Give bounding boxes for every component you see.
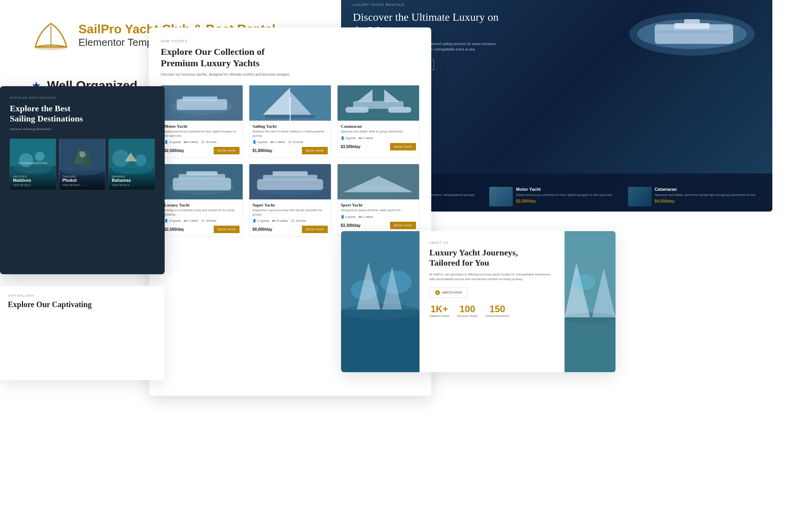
yacht-card-image-motor: [161, 85, 243, 121]
yacht-card-desc-motor: Speed and luxury combined for fast, styl…: [164, 130, 240, 138]
book-button-sailing[interactable]: BOOK NOW: [302, 147, 328, 154]
about-label: ABOUT US: [429, 241, 555, 244]
yacht-grid: Motor Yacht Speed and luxury combined fo…: [161, 85, 419, 237]
yacht-card-image-sport: [338, 164, 419, 199]
book-button-motor[interactable]: BOOK NOW: [214, 147, 240, 154]
yacht-card-catamaran: Catamaran Spacious and stable, ideal for…: [337, 85, 419, 158]
svg-point-0: [35, 45, 67, 50]
hero-yacht-price-3: $4,500/day: [655, 199, 755, 203]
yacht-card-name-catamaran: Catamaran: [341, 124, 416, 128]
yacht-card-specs-super: 👤 17 guests 🛏 10 cabins 💨 20 knots: [252, 219, 328, 223]
about-stats: 1K+ Satisfied Guests 100 Exclusive Yacht…: [429, 304, 555, 317]
yacht-card-name-luxury: Luxury Yacht: [164, 203, 240, 207]
yacht-card-image-luxury: [161, 164, 243, 199]
yacht-card-specs-sailing: 👤 8 guests 🛏 4 cabins 💨 12 knots: [252, 140, 328, 144]
yacht-price-motor: $2,500/day: [164, 148, 184, 153]
stat-label-yachts: Exclusive Yachts: [457, 315, 478, 317]
yacht-card-specs-sport: 👤 6 guests 🛏 2 cabins: [341, 215, 416, 219]
stat-number-destinations: 150: [485, 304, 509, 315]
hero-subtitle-small: LUXURY YACHT RENTALS: [353, 3, 502, 7]
svg-rect-30: [263, 175, 318, 180]
collection-title: Explore Our Collection ofPremium Luxury …: [161, 46, 419, 69]
about-description: At SailPro, we specialize in offering lu…: [429, 272, 555, 282]
yacht-card-specs-catamaran: 👤 8 guests 🛏 4 cabins: [341, 136, 416, 140]
destinations-label: POPULAR DESTINATIONS: [10, 96, 155, 100]
destination-card-maldives: Maldives Maldives VIEW DETAILS →: [10, 139, 56, 190]
yacht-card-specs-motor: 👤 12 guests 🛏 6 cabins 💨 30 knots: [164, 140, 240, 144]
svg-point-47: [80, 151, 86, 157]
hero-yacht-card-info-2: Motor Yacht Speed and luxury combined fo…: [516, 187, 612, 203]
hero-yacht-name-2: Motor Yacht: [516, 187, 612, 192]
destinations-title: Explore the BestSailing Destinations: [10, 103, 155, 124]
yacht-card-body-motor: Motor Yacht Speed and luxury combined fo…: [161, 121, 243, 157]
destinations-preview: POPULAR DESTINATIONS Explore the BestSai…: [0, 86, 165, 274]
destination-country-bahamas: Bahamas: [112, 175, 152, 178]
svg-rect-6: [684, 19, 700, 24]
hero-yacht-desc-2: Speed and luxury combined for fast, styl…: [516, 193, 612, 197]
destination-view-phuket[interactable]: VIEW DETAILS →: [62, 184, 102, 186]
yacht-card-body-super: Super Yacht Experience a grand journey w…: [249, 199, 331, 236]
svg-rect-41: [18, 162, 48, 164]
destination-view-bahamas[interactable]: VIEW DETAILS →: [112, 184, 152, 186]
yacht-card-footer-super: $9,000/day BOOK NOW: [252, 226, 328, 233]
destination-overlay-maldives: Maldives Maldives VIEW DETAILS →: [10, 172, 56, 190]
yacht-card-body-catamaran: Catamaran Spacious and stable, ideal for…: [338, 121, 419, 154]
stat-yachts: 100 Exclusive Yachts: [457, 304, 478, 317]
stat-label-destinations: Global Destinations: [485, 315, 509, 317]
about-title: Luxury Yacht Journeys,Tailored for You: [429, 248, 555, 268]
book-button-catamaran[interactable]: BOOK NOW: [390, 143, 416, 150]
book-button-sport[interactable]: BOOK NOW: [390, 222, 416, 229]
svg-rect-24: [173, 178, 231, 190]
yacht-card-name-sailing: Sailing Yacht: [252, 124, 328, 128]
svg-rect-7: [657, 31, 727, 33]
yacht-card-footer-sailing: $1,800/day BOOK NOW: [252, 147, 328, 154]
yacht-card-desc-super: Experience a grand journey with top-tier…: [252, 208, 328, 217]
destination-country-maldives: Maldives: [13, 175, 53, 178]
yacht-card-sport: Sport Yacht Designed for speed and thril…: [337, 164, 419, 237]
destination-overlay-bahamas: Bahamas Bahamas VIEW DETAILS →: [109, 172, 155, 190]
book-button-luxury[interactable]: BOOK NOW: [214, 226, 240, 233]
svg-rect-29: [257, 179, 323, 190]
svg-rect-35: [357, 186, 400, 190]
watch-now-button[interactable]: ▶ WATCH NOW: [429, 288, 468, 298]
yacht-card-body-luxury: Luxury Yacht Indulge in unmatched luxury…: [161, 199, 243, 236]
svg-rect-5: [674, 23, 710, 29]
yacht-card-sailing: Sailing Yacht Embrace the calm of classi…: [249, 85, 331, 158]
yacht-card-footer-motor: $2,500/day BOOK NOW: [164, 147, 240, 154]
yacht-card-desc-sport: Designed for speed and thrill, water spo…: [341, 208, 416, 213]
collection-description: Discover our luxurious yachts, designed …: [161, 72, 419, 78]
svg-point-56: [341, 304, 419, 319]
destination-view-maldives[interactable]: VIEW DETAILS →: [13, 184, 53, 186]
about-preview: ABOUT US Luxury Yacht Journeys,Tailored …: [341, 231, 616, 372]
yacht-card-image-sailing: [249, 85, 331, 121]
book-button-super[interactable]: BOOK NOW: [302, 226, 328, 233]
svg-rect-11: [182, 96, 217, 101]
main-background: SailPro Yacht Club & Boat Rental Element…: [0, 0, 799, 532]
yacht-price-catamaran: $3,500/day: [341, 145, 361, 149]
hero-yacht-desc-3: Spacious and stable, perfect for family …: [655, 193, 755, 197]
yacht-price-super: $9,000/day: [252, 227, 272, 232]
yacht-card-image-super: [249, 164, 331, 199]
stat-number-yachts: 100: [457, 304, 478, 315]
yacht-card-name-super: Super Yacht: [252, 203, 328, 207]
hero-yacht-price-2: $2,500/day: [516, 199, 612, 203]
destination-country-phuket: Thailand: [62, 175, 102, 178]
yacht-card-desc-luxury: Indulge in unmatched luxury and comfort …: [164, 208, 240, 217]
destination-city-maldives: Maldives: [13, 178, 53, 183]
svg-point-52: [135, 154, 147, 166]
hero-yacht-card-3: Catamaran Spacious and stable, perfect f…: [628, 187, 763, 206]
destination-city-phuket: Phuket: [62, 178, 102, 183]
destination-overlay-phuket: Thailand Phuket VIEW DETAILS →: [59, 172, 105, 190]
yacht-card-footer-luxury: $2,500/day BOOK NOW: [164, 226, 240, 233]
about-right-image: [565, 231, 616, 372]
svg-point-39: [19, 153, 33, 167]
stat-guests: 1K+ Satisfied Guests: [429, 304, 449, 317]
gallery-title: Explore Our Captivating: [8, 300, 157, 309]
gallery-preview: OUR GALLERY Explore Our Captivating: [0, 286, 165, 380]
gallery-label: OUR GALLERY: [8, 294, 157, 297]
destination-card-bahamas: Bahamas Bahamas VIEW DETAILS →: [109, 139, 155, 190]
destinations-grid: Maldives Maldives VIEW DETAILS → Thailan…: [10, 139, 155, 190]
hero-yacht-name-3: Catamaran: [655, 187, 755, 192]
yacht-card-body-sport: Sport Yacht Designed for speed and thril…: [338, 199, 419, 232]
yacht-card-desc-catamaran: Spacious and stable, ideal for group adv…: [341, 130, 416, 134]
